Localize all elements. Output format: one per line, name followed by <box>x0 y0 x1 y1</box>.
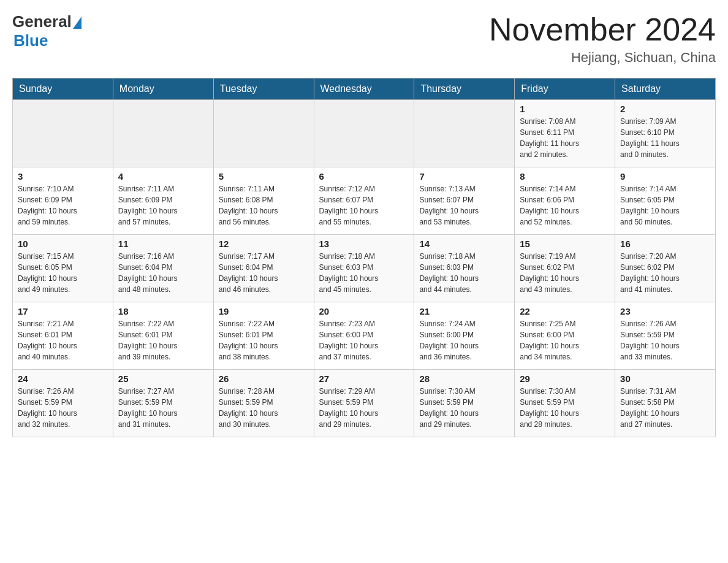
day-info: Sunrise: 7:29 AMSunset: 5:59 PMDaylight:… <box>319 386 409 430</box>
calendar-cell: 6Sunrise: 7:12 AMSunset: 6:07 PMDaylight… <box>314 167 414 235</box>
day-number: 22 <box>520 306 610 316</box>
day-info: Sunrise: 7:18 AMSunset: 6:03 PMDaylight:… <box>319 251 409 295</box>
day-info: Sunrise: 7:24 AMSunset: 6:00 PMDaylight:… <box>419 318 509 362</box>
calendar-cell: 20Sunrise: 7:23 AMSunset: 6:00 PMDayligh… <box>314 302 414 370</box>
day-info: Sunrise: 7:11 AMSunset: 6:08 PMDaylight:… <box>219 183 309 228</box>
calendar-week-row: 10Sunrise: 7:15 AMSunset: 6:05 PMDayligh… <box>13 235 716 302</box>
day-number: 26 <box>219 373 309 384</box>
day-info: Sunrise: 7:15 AMSunset: 6:05 PMDaylight:… <box>18 251 108 295</box>
calendar-week-row: 24Sunrise: 7:26 AMSunset: 5:59 PMDayligh… <box>13 370 716 437</box>
day-info: Sunrise: 7:21 AMSunset: 6:01 PMDaylight:… <box>18 318 108 362</box>
calendar-cell: 16Sunrise: 7:20 AMSunset: 6:02 PMDayligh… <box>615 235 716 302</box>
day-info: Sunrise: 7:14 AMSunset: 6:05 PMDaylight:… <box>620 183 710 228</box>
day-info: Sunrise: 7:13 AMSunset: 6:07 PMDaylight:… <box>419 183 509 228</box>
day-number: 25 <box>118 373 208 384</box>
calendar-cell: 24Sunrise: 7:26 AMSunset: 5:59 PMDayligh… <box>13 370 113 437</box>
day-of-week-header: Sunday <box>13 79 113 100</box>
day-info: Sunrise: 7:22 AMSunset: 6:01 PMDaylight:… <box>118 318 208 362</box>
calendar-cell: 29Sunrise: 7:30 AMSunset: 5:59 PMDayligh… <box>515 370 615 437</box>
calendar-cell <box>13 100 113 167</box>
calendar-week-row: 17Sunrise: 7:21 AMSunset: 6:01 PMDayligh… <box>13 302 716 370</box>
day-info: Sunrise: 7:14 AMSunset: 6:06 PMDaylight:… <box>520 183 610 228</box>
logo-general-text: General <box>12 12 72 31</box>
day-number: 8 <box>520 171 610 182</box>
day-number: 11 <box>118 239 208 249</box>
calendar-cell: 13Sunrise: 7:18 AMSunset: 6:03 PMDayligh… <box>314 235 414 302</box>
calendar-cell: 11Sunrise: 7:16 AMSunset: 6:04 PMDayligh… <box>113 235 213 302</box>
page-header: General Blue November 2024 Hejiang, Sich… <box>12 12 716 66</box>
calendar-cell: 25Sunrise: 7:27 AMSunset: 5:59 PMDayligh… <box>113 370 213 437</box>
day-number: 12 <box>219 239 309 249</box>
calendar-cell: 27Sunrise: 7:29 AMSunset: 5:59 PMDayligh… <box>314 370 414 437</box>
calendar-cell: 23Sunrise: 7:26 AMSunset: 5:59 PMDayligh… <box>615 302 716 370</box>
day-info: Sunrise: 7:19 AMSunset: 6:02 PMDaylight:… <box>520 251 610 295</box>
day-number: 5 <box>219 171 309 182</box>
day-info: Sunrise: 7:12 AMSunset: 6:07 PMDaylight:… <box>319 183 409 228</box>
calendar-cell: 4Sunrise: 7:11 AMSunset: 6:09 PMDaylight… <box>113 167 213 235</box>
logo: General Blue <box>12 12 82 50</box>
day-info: Sunrise: 7:23 AMSunset: 6:00 PMDaylight:… <box>319 318 409 362</box>
calendar-cell: 15Sunrise: 7:19 AMSunset: 6:02 PMDayligh… <box>515 235 615 302</box>
day-number: 15 <box>520 239 610 249</box>
calendar-table: SundayMondayTuesdayWednesdayThursdayFrid… <box>12 78 716 437</box>
logo-blue-part <box>72 17 82 28</box>
calendar-cell: 8Sunrise: 7:14 AMSunset: 6:06 PMDaylight… <box>515 167 615 235</box>
day-info: Sunrise: 7:16 AMSunset: 6:04 PMDaylight:… <box>118 251 208 295</box>
day-of-week-header: Friday <box>515 79 615 100</box>
calendar-cell: 1Sunrise: 7:08 AMSunset: 6:11 PMDaylight… <box>515 100 615 167</box>
day-number: 6 <box>319 171 409 182</box>
day-number: 3 <box>18 171 108 182</box>
calendar-cell: 10Sunrise: 7:15 AMSunset: 6:05 PMDayligh… <box>13 235 113 302</box>
day-number: 18 <box>118 306 208 316</box>
day-info: Sunrise: 7:30 AMSunset: 5:59 PMDaylight:… <box>419 386 509 430</box>
calendar-cell: 18Sunrise: 7:22 AMSunset: 6:01 PMDayligh… <box>113 302 213 370</box>
day-info: Sunrise: 7:10 AMSunset: 6:09 PMDaylight:… <box>18 183 108 228</box>
calendar-cell: 28Sunrise: 7:30 AMSunset: 5:59 PMDayligh… <box>414 370 515 437</box>
day-number: 21 <box>419 306 509 316</box>
title-section: November 2024 Hejiang, Sichuan, China <box>489 12 716 66</box>
day-info: Sunrise: 7:30 AMSunset: 5:59 PMDaylight:… <box>520 386 610 430</box>
day-info: Sunrise: 7:08 AMSunset: 6:11 PMDaylight:… <box>520 116 610 160</box>
calendar-week-row: 1Sunrise: 7:08 AMSunset: 6:11 PMDaylight… <box>13 100 716 167</box>
day-number: 4 <box>118 171 208 182</box>
day-info: Sunrise: 7:18 AMSunset: 6:03 PMDaylight:… <box>419 251 509 295</box>
calendar-cell: 9Sunrise: 7:14 AMSunset: 6:05 PMDaylight… <box>615 167 716 235</box>
calendar-cell: 30Sunrise: 7:31 AMSunset: 5:58 PMDayligh… <box>615 370 716 437</box>
logo-blue-text: Blue <box>13 31 48 50</box>
location-subtitle: Hejiang, Sichuan, China <box>489 50 716 66</box>
day-of-week-header: Saturday <box>615 79 716 100</box>
day-number: 2 <box>620 104 710 114</box>
day-info: Sunrise: 7:25 AMSunset: 6:00 PMDaylight:… <box>520 318 610 362</box>
day-number: 24 <box>18 373 108 384</box>
day-info: Sunrise: 7:17 AMSunset: 6:04 PMDaylight:… <box>219 251 309 295</box>
day-number: 9 <box>620 171 710 182</box>
calendar-week-row: 3Sunrise: 7:10 AMSunset: 6:09 PMDaylight… <box>13 167 716 235</box>
calendar-cell: 17Sunrise: 7:21 AMSunset: 6:01 PMDayligh… <box>13 302 113 370</box>
month-title: November 2024 <box>489 12 716 47</box>
day-number: 16 <box>620 239 710 249</box>
day-of-week-header: Monday <box>113 79 213 100</box>
calendar-cell: 19Sunrise: 7:22 AMSunset: 6:01 PMDayligh… <box>213 302 314 370</box>
day-number: 19 <box>219 306 309 316</box>
calendar-cell <box>213 100 314 167</box>
day-info: Sunrise: 7:09 AMSunset: 6:10 PMDaylight:… <box>620 116 710 160</box>
day-of-week-header: Wednesday <box>314 79 414 100</box>
day-number: 20 <box>319 306 409 316</box>
day-info: Sunrise: 7:11 AMSunset: 6:09 PMDaylight:… <box>118 183 208 228</box>
calendar-cell: 5Sunrise: 7:11 AMSunset: 6:08 PMDaylight… <box>213 167 314 235</box>
day-info: Sunrise: 7:26 AMSunset: 5:59 PMDaylight:… <box>620 318 710 362</box>
day-info: Sunrise: 7:28 AMSunset: 5:59 PMDaylight:… <box>219 386 309 430</box>
calendar-cell: 14Sunrise: 7:18 AMSunset: 6:03 PMDayligh… <box>414 235 515 302</box>
day-info: Sunrise: 7:31 AMSunset: 5:58 PMDaylight:… <box>620 386 710 430</box>
day-number: 28 <box>419 373 509 384</box>
calendar-cell: 26Sunrise: 7:28 AMSunset: 5:59 PMDayligh… <box>213 370 314 437</box>
calendar-cell: 3Sunrise: 7:10 AMSunset: 6:09 PMDaylight… <box>13 167 113 235</box>
day-number: 1 <box>520 104 610 114</box>
calendar-header-row: SundayMondayTuesdayWednesdayThursdayFrid… <box>13 79 716 100</box>
day-info: Sunrise: 7:20 AMSunset: 6:02 PMDaylight:… <box>620 251 710 295</box>
day-number: 23 <box>620 306 710 316</box>
day-number: 7 <box>419 171 509 182</box>
calendar-cell <box>314 100 414 167</box>
day-info: Sunrise: 7:26 AMSunset: 5:59 PMDaylight:… <box>18 386 108 430</box>
day-of-week-header: Thursday <box>414 79 515 100</box>
